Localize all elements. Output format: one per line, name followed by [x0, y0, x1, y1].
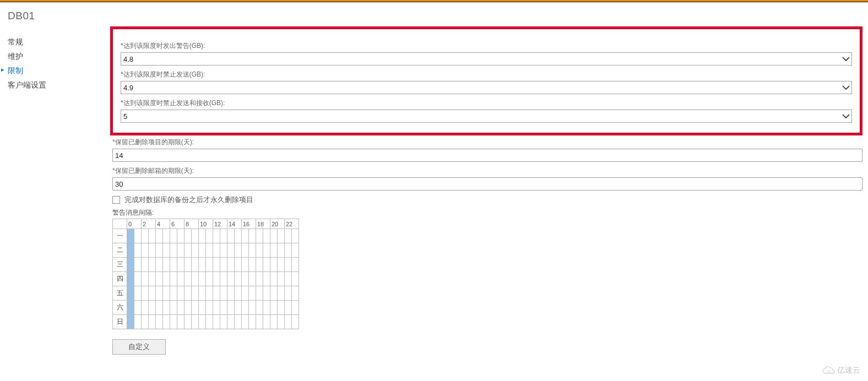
schedule-cell[interactable] [199, 229, 206, 243]
schedule-cell[interactable] [199, 243, 206, 258]
schedule-cell[interactable] [127, 243, 134, 258]
schedule-cell[interactable] [149, 286, 156, 301]
schedule-cell[interactable] [127, 301, 134, 315]
schedule-cell[interactable] [235, 301, 242, 315]
schedule-cell[interactable] [127, 272, 134, 286]
schedule-cell[interactable] [270, 258, 278, 272]
schedule-cell[interactable] [192, 315, 199, 329]
schedule-cell[interactable] [235, 243, 242, 258]
schedule-cell[interactable] [213, 286, 220, 301]
schedule-cell[interactable] [163, 315, 170, 329]
schedule-cell[interactable] [213, 229, 220, 243]
schedule-cell[interactable] [278, 243, 285, 258]
schedule-cell[interactable] [163, 258, 170, 272]
schedule-cell[interactable] [149, 315, 156, 329]
schedule-cell[interactable] [206, 258, 213, 272]
schedule-cell[interactable] [177, 315, 185, 329]
schedule-cell[interactable] [163, 229, 170, 243]
schedule-cell[interactable] [263, 315, 270, 329]
schedule-cell[interactable] [170, 286, 177, 301]
schedule-cell[interactable] [142, 272, 149, 286]
prohibit-send-select[interactable]: 4.9 [121, 81, 852, 94]
schedule-cell[interactable] [292, 315, 299, 329]
schedule-cell[interactable] [192, 286, 199, 301]
schedule-cell[interactable] [242, 229, 249, 243]
schedule-cell[interactable] [134, 272, 142, 286]
schedule-cell[interactable] [242, 315, 249, 329]
schedule-cell[interactable] [163, 286, 170, 301]
schedule-cell[interactable] [220, 229, 227, 243]
schedule-cell[interactable] [192, 272, 199, 286]
schedule-cell[interactable] [185, 258, 192, 272]
schedule-cell[interactable] [185, 272, 192, 286]
schedule-cell[interactable] [177, 243, 185, 258]
schedule-cell[interactable] [127, 229, 134, 243]
schedule-grid[interactable]: 0 2 4 6 8 10 12 14 16 18 20 22 一二三四五六日 [112, 219, 299, 329]
schedule-cell[interactable] [156, 301, 163, 315]
schedule-cell[interactable] [235, 315, 242, 329]
schedule-cell[interactable] [278, 301, 285, 315]
schedule-cell[interactable] [285, 315, 292, 329]
schedule-cell[interactable] [177, 301, 185, 315]
schedule-cell[interactable] [134, 258, 142, 272]
schedule-cell[interactable] [149, 229, 156, 243]
schedule-cell[interactable] [270, 229, 278, 243]
schedule-cell[interactable] [170, 243, 177, 258]
schedule-cell[interactable] [285, 258, 292, 272]
schedule-cell[interactable] [156, 315, 163, 329]
schedule-cell[interactable] [249, 243, 256, 258]
schedule-cell[interactable] [242, 286, 249, 301]
schedule-cell[interactable] [134, 229, 142, 243]
schedule-cell[interactable] [170, 272, 177, 286]
schedule-cell[interactable] [285, 272, 292, 286]
schedule-cell[interactable] [142, 258, 149, 272]
schedule-cell[interactable] [263, 229, 270, 243]
schedule-cell[interactable] [263, 243, 270, 258]
schedule-cell[interactable] [292, 243, 299, 258]
schedule-cell[interactable] [170, 258, 177, 272]
schedule-cell[interactable] [256, 286, 263, 301]
schedule-cell[interactable] [249, 315, 256, 329]
schedule-cell[interactable] [213, 243, 220, 258]
schedule-cell[interactable] [177, 272, 185, 286]
schedule-cell[interactable] [227, 258, 235, 272]
schedule-cell[interactable] [206, 272, 213, 286]
schedule-cell[interactable] [149, 243, 156, 258]
schedule-cell[interactable] [156, 286, 163, 301]
schedule-cell[interactable] [292, 229, 299, 243]
schedule-cell[interactable] [263, 286, 270, 301]
schedule-cell[interactable] [227, 229, 235, 243]
schedule-cell[interactable] [235, 272, 242, 286]
schedule-cell[interactable] [142, 315, 149, 329]
schedule-cell[interactable] [149, 272, 156, 286]
schedule-cell[interactable] [256, 315, 263, 329]
schedule-cell[interactable] [199, 272, 206, 286]
schedule-cell[interactable] [285, 243, 292, 258]
schedule-cell[interactable] [242, 258, 249, 272]
schedule-cell[interactable] [278, 229, 285, 243]
prohibit-send-receive-select[interactable]: 5 [121, 110, 852, 123]
schedule-cell[interactable] [249, 301, 256, 315]
nav-item-general[interactable]: 常规 [8, 35, 110, 50]
schedule-cell[interactable] [192, 243, 199, 258]
schedule-cell[interactable] [156, 229, 163, 243]
schedule-cell[interactable] [235, 286, 242, 301]
schedule-cell[interactable] [163, 301, 170, 315]
schedule-cell[interactable] [199, 301, 206, 315]
schedule-cell[interactable] [270, 286, 278, 301]
schedule-cell[interactable] [127, 258, 134, 272]
schedule-cell[interactable] [292, 272, 299, 286]
schedule-cell[interactable] [206, 243, 213, 258]
schedule-cell[interactable] [199, 315, 206, 329]
schedule-cell[interactable] [235, 229, 242, 243]
schedule-cell[interactable] [170, 229, 177, 243]
schedule-cell[interactable] [185, 315, 192, 329]
schedule-cell[interactable] [192, 229, 199, 243]
schedule-cell[interactable] [235, 258, 242, 272]
schedule-cell[interactable] [270, 243, 278, 258]
schedule-cell[interactable] [220, 243, 227, 258]
schedule-cell[interactable] [185, 286, 192, 301]
schedule-cell[interactable] [263, 272, 270, 286]
schedule-cell[interactable] [220, 272, 227, 286]
schedule-cell[interactable] [206, 229, 213, 243]
